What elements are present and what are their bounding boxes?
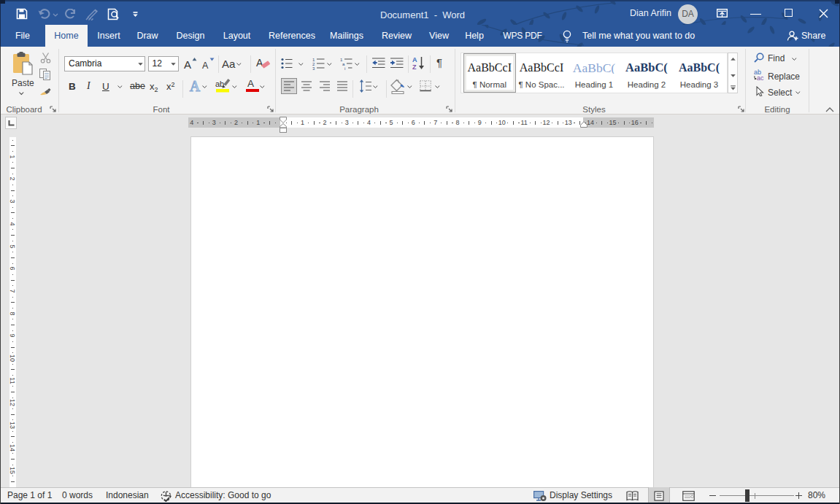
svg-text:A: A [412, 56, 417, 63]
svg-text:3: 3 [312, 66, 315, 71]
svg-text:A: A [190, 78, 201, 94]
svg-text:ac: ac [757, 74, 764, 80]
svg-text:i: i [344, 66, 345, 71]
svg-text:Z: Z [412, 63, 417, 70]
